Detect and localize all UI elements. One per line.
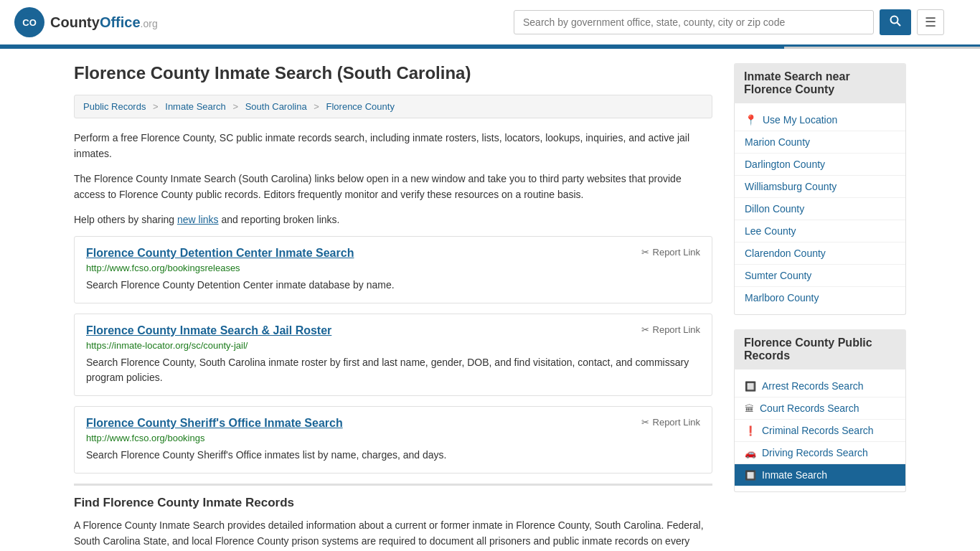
logo-icon: CO [14,7,44,37]
breadcrumb-sep-2: > [232,101,238,112]
sidebar-item-dillon[interactable]: Dillon County [735,198,905,220]
williamsburg-county-link[interactable]: Williamsburg County [745,181,837,192]
result-url-2[interactable]: https://inmate-locator.org/sc/county-jai… [86,340,700,351]
arrest-icon: 🔲 [745,381,756,392]
report-label-2: Report Link [653,324,700,335]
main-content: Florence County Inmate Search (South Car… [74,63,712,551]
breadcrumb-south-carolina[interactable]: South Carolina [245,101,307,112]
result-desc-3: Search Florence County Sheriff's Office … [86,448,700,463]
result-item-3: Florence County Sheriff's Office Inmate … [74,406,712,474]
sidebar: Inmate Search near Florence County 📍 Use… [734,63,906,551]
logo-text: CountyOffice.org [50,14,158,31]
court-icon: 🏛 [745,403,754,414]
description-3-pre: Help others by sharing [74,214,177,225]
sidebar-item-marlboro[interactable]: Marlboro County [735,287,905,309]
nearby-header: Inmate Search near Florence County [734,63,906,103]
result-item-1: Florence County Detention Center Inmate … [74,236,712,303]
report-icon-2: ✂ [641,324,649,335]
report-link-2[interactable]: ✂ Report Link [641,324,700,335]
sidebar-item-sumter[interactable]: Sumter County [735,265,905,287]
find-records-title: Find Florence County Inmate Records [74,496,712,510]
report-icon-1: ✂ [641,247,649,258]
svg-text:CO: CO [22,17,37,28]
location-icon: 📍 [745,114,757,126]
breadcrumb-inmate-search[interactable]: Inmate Search [165,101,226,112]
page-title: Florence County Inmate Search (South Car… [74,63,712,83]
sidebar-item-clarendon[interactable]: Clarendon County [735,242,905,265]
inmate-search-link[interactable]: Inmate Search [762,469,827,481]
menu-button[interactable]: ☰ [917,9,944,35]
court-records-link[interactable]: Court Records Search [760,402,859,414]
page-header: CO CountyOffice.org ☰ [0,0,980,47]
result-header-3: Florence County Sheriff's Office Inmate … [86,417,700,433]
lee-county-link[interactable]: Lee County [745,225,796,237]
report-label-3: Report Link [653,417,700,428]
sidebar-item-williamsburg[interactable]: Williamsburg County [735,176,905,198]
nearby-body: 📍 Use My Location Marion County Darlingt… [734,103,906,315]
report-link-1[interactable]: ✂ Report Link [641,247,700,258]
breadcrumb-public-records[interactable]: Public Records [83,101,146,112]
logo-area: CO CountyOffice.org [14,7,158,37]
breadcrumb-florence-county[interactable]: Florence County [326,101,395,112]
driving-icon: 🚗 [745,448,756,458]
nearby-header-text: Inmate Search near Florence County [744,70,850,95]
result-desc-2: Search Florence County, South Carolina i… [86,355,700,385]
public-records-header-text: Florence County Public Records [744,336,872,362]
description-2: The Florence County Inmate Search (South… [74,171,712,203]
search-input[interactable] [514,10,874,34]
report-label-1: Report Link [653,247,700,258]
description-3-post: and reporting broken links. [219,214,340,225]
result-url-3[interactable]: http://www.fcso.org/bookings [86,433,700,443]
svg-line-3 [897,23,901,27]
find-records-desc: A Florence County Inmate Search provides… [74,517,712,551]
search-icon [890,15,901,27]
darlington-county-link[interactable]: Darlington County [745,159,825,170]
county-office-logo: CO [19,12,39,32]
sidebar-item-darlington[interactable]: Darlington County [735,154,905,176]
svg-point-2 [891,17,898,24]
sidebar-item-driving[interactable]: 🚗 Driving Records Search [735,442,905,464]
report-link-3[interactable]: ✂ Report Link [641,417,700,428]
sumter-county-link[interactable]: Sumter County [745,270,811,281]
public-records-section: Florence County Public Records 🔲 Arrest … [734,329,906,492]
driving-records-link[interactable]: Driving Records Search [762,447,868,458]
result-title-1[interactable]: Florence County Detention Center Inmate … [86,247,354,260]
result-header-1: Florence County Detention Center Inmate … [86,247,700,263]
nearby-section: Inmate Search near Florence County 📍 Use… [734,63,906,315]
search-area: ☰ [514,9,944,35]
marion-county-link[interactable]: Marion County [745,136,810,148]
description-1: Perform a free Florence County, SC publi… [74,130,712,162]
report-icon-3: ✂ [641,417,649,428]
sidebar-item-marion[interactable]: Marion County [735,131,905,154]
new-links-link[interactable]: new links [177,214,219,225]
result-title-2[interactable]: Florence County Inmate Search & Jail Ros… [86,324,331,337]
criminal-icon: ❗ [745,425,756,436]
breadcrumb-sep-3: > [314,101,319,112]
find-records-section: Find Florence County Inmate Records A Fl… [74,484,712,551]
search-button[interactable] [880,9,911,35]
marlboro-county-link[interactable]: Marlboro County [745,292,819,303]
sidebar-use-location[interactable]: 📍 Use My Location [735,109,905,131]
dillon-county-link[interactable]: Dillon County [745,203,804,215]
use-my-location-link[interactable]: Use My Location [763,114,837,126]
main-container: Florence County Inmate Search (South Car… [60,49,920,551]
result-header-2: Florence County Inmate Search & Jail Ros… [86,324,700,340]
sidebar-item-criminal[interactable]: ❗ Criminal Records Search [735,420,905,442]
inmate-icon: 🔲 [745,470,756,481]
sidebar-item-court[interactable]: 🏛 Court Records Search [735,397,905,420]
sidebar-item-inmate[interactable]: 🔲 Inmate Search [735,464,905,486]
sidebar-item-lee[interactable]: Lee County [735,220,905,242]
breadcrumb-sep-1: > [153,101,159,112]
public-records-header: Florence County Public Records [734,329,906,369]
result-url-1[interactable]: http://www.fcso.org/bookingsreleases [86,263,700,273]
criminal-records-link[interactable]: Criminal Records Search [762,425,874,436]
sidebar-item-arrest[interactable]: 🔲 Arrest Records Search [735,375,905,397]
result-desc-1: Search Florence County Detention Center … [86,278,700,293]
breadcrumb: Public Records > Inmate Search > South C… [74,95,712,118]
clarendon-county-link[interactable]: Clarendon County [745,248,826,259]
description-3: Help others by sharing new links and rep… [74,212,712,227]
public-records-body: 🔲 Arrest Records Search 🏛 Court Records … [734,369,906,492]
result-item-2: Florence County Inmate Search & Jail Ros… [74,314,712,396]
result-title-3[interactable]: Florence County Sheriff's Office Inmate … [86,417,343,430]
arrest-records-link[interactable]: Arrest Records Search [762,380,864,392]
